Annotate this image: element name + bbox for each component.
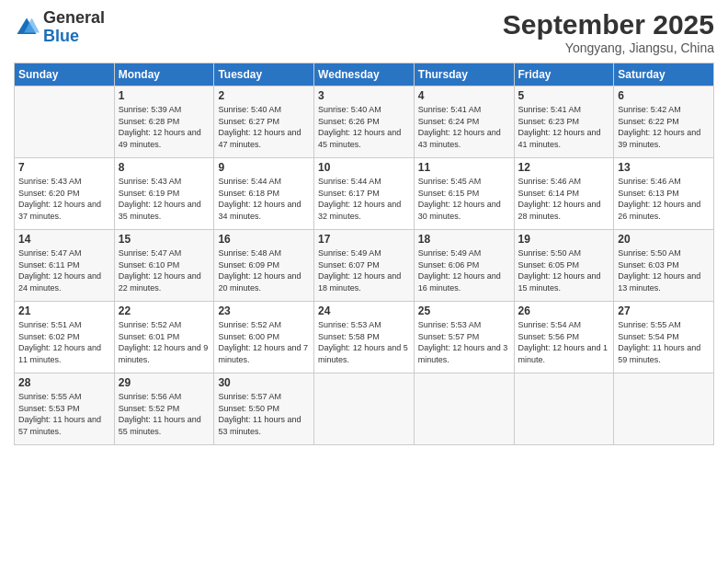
sunset: Sunset: 6:09 PM: [218, 260, 279, 270]
sunrise: Sunrise: 5:44 AM: [218, 177, 281, 186]
location: Yongyang, Jiangsu, China: [503, 40, 714, 55]
sunset: Sunset: 5:57 PM: [418, 332, 480, 341]
daylight: Daylight: 12 hours and 16 minutes.: [418, 271, 501, 293]
cell-info: Sunrise: 5:42 AM Sunset: 6:22 PM Dayligh…: [618, 104, 710, 150]
sunset: Sunset: 6:27 PM: [218, 117, 279, 126]
sunrise: Sunrise: 5:52 AM: [119, 320, 182, 329]
sunrise: Sunrise: 5:41 AM: [418, 105, 482, 114]
calendar-week-row: 14 Sunrise: 5:47 AM Sunset: 6:11 PM Dayl…: [15, 230, 714, 302]
sunset: Sunset: 5:56 PM: [518, 332, 580, 341]
cell-info: Sunrise: 5:49 AM Sunset: 6:06 PM Dayligh…: [418, 247, 510, 293]
cell-info: Sunrise: 5:53 AM Sunset: 5:58 PM Dayligh…: [318, 319, 410, 365]
cell-info: Sunrise: 5:54 AM Sunset: 5:56 PM Dayligh…: [518, 319, 610, 365]
sunset: Sunset: 5:50 PM: [218, 404, 279, 413]
calendar-week-row: 21 Sunrise: 5:51 AM Sunset: 6:02 PM Dayl…: [15, 302, 714, 373]
daylight: Daylight: 12 hours and 7 minutes.: [218, 343, 308, 364]
cell-info: Sunrise: 5:52 AM Sunset: 6:00 PM Dayligh…: [218, 319, 310, 365]
cell-info: Sunrise: 5:51 AM Sunset: 6:02 PM Dayligh…: [18, 319, 110, 365]
cell-info: Sunrise: 5:43 AM Sunset: 6:20 PM Dayligh…: [18, 176, 110, 222]
cell-info: Sunrise: 5:55 AM Sunset: 5:54 PM Dayligh…: [618, 319, 710, 365]
daylight: Daylight: 12 hours and 49 minutes.: [119, 128, 201, 149]
sunrise: Sunrise: 5:48 AM: [218, 248, 281, 258]
calendar-cell: 5 Sunrise: 5:41 AM Sunset: 6:23 PM Dayli…: [514, 86, 614, 158]
calendar-cell: 28 Sunrise: 5:55 AM Sunset: 5:53 PM Dayl…: [15, 373, 115, 445]
daylight: Daylight: 12 hours and 5 minutes.: [318, 343, 408, 364]
weekday-header-row: SundayMondayTuesdayWednesdayThursdayFrid…: [15, 63, 714, 86]
calendar-cell: 20 Sunrise: 5:50 AM Sunset: 6:03 PM Dayl…: [614, 230, 714, 302]
sunset: Sunset: 6:05 PM: [518, 260, 580, 270]
cell-info: Sunrise: 5:40 AM Sunset: 6:27 PM Dayligh…: [218, 104, 310, 150]
weekday-header-wednesday: Wednesday: [314, 63, 415, 86]
day-number: 3: [318, 89, 410, 102]
daylight: Daylight: 11 hours and 57 minutes.: [18, 415, 101, 436]
page-container: General Blue September 2025 Yongyang, Ji…: [0, 0, 728, 454]
weekday-header-monday: Monday: [114, 63, 214, 86]
logo: General Blue: [14, 9, 105, 46]
day-number: 23: [218, 304, 310, 317]
sunset: Sunset: 5:53 PM: [18, 404, 80, 413]
daylight: Daylight: 11 hours and 53 minutes.: [218, 415, 301, 436]
day-number: 25: [418, 304, 510, 317]
cell-info: Sunrise: 5:47 AM Sunset: 6:10 PM Dayligh…: [119, 247, 210, 293]
cell-info: Sunrise: 5:55 AM Sunset: 5:53 PM Dayligh…: [18, 391, 110, 437]
sunrise: Sunrise: 5:40 AM: [318, 105, 381, 114]
calendar-cell: 29 Sunrise: 5:56 AM Sunset: 5:52 PM Dayl…: [114, 373, 214, 445]
sunrise: Sunrise: 5:51 AM: [18, 320, 82, 329]
sunset: Sunset: 6:23 PM: [518, 117, 580, 126]
daylight: Daylight: 12 hours and 9 minutes.: [119, 343, 209, 364]
daylight: Daylight: 12 hours and 32 minutes.: [318, 200, 401, 221]
cell-info: Sunrise: 5:49 AM Sunset: 6:07 PM Dayligh…: [318, 247, 410, 293]
sunset: Sunset: 6:24 PM: [418, 117, 480, 126]
day-number: 10: [318, 161, 410, 174]
sunrise: Sunrise: 5:53 AM: [318, 320, 381, 329]
sunrise: Sunrise: 5:57 AM: [218, 392, 281, 401]
sunset: Sunset: 6:06 PM: [418, 260, 480, 270]
calendar-cell: 6 Sunrise: 5:42 AM Sunset: 6:22 PM Dayli…: [614, 86, 714, 158]
day-number: 21: [18, 304, 110, 317]
day-number: 24: [318, 304, 410, 317]
calendar-cell: 16 Sunrise: 5:48 AM Sunset: 6:09 PM Dayl…: [214, 230, 314, 302]
calendar-cell: 25 Sunrise: 5:53 AM Sunset: 5:57 PM Dayl…: [414, 302, 514, 373]
cell-info: Sunrise: 5:52 AM Sunset: 6:01 PM Dayligh…: [119, 319, 210, 365]
daylight: Daylight: 12 hours and 13 minutes.: [618, 271, 700, 293]
sunrise: Sunrise: 5:52 AM: [218, 320, 281, 329]
sunrise: Sunrise: 5:46 AM: [618, 177, 681, 186]
calendar-cell: 27 Sunrise: 5:55 AM Sunset: 5:54 PM Dayl…: [614, 302, 714, 373]
daylight: Daylight: 12 hours and 18 minutes.: [318, 271, 401, 293]
calendar-cell: 23 Sunrise: 5:52 AM Sunset: 6:00 PM Dayl…: [214, 302, 314, 373]
daylight: Daylight: 12 hours and 43 minutes.: [418, 128, 501, 149]
calendar-cell: 2 Sunrise: 5:40 AM Sunset: 6:27 PM Dayli…: [214, 86, 314, 158]
title-block: September 2025 Yongyang, Jiangsu, China: [503, 9, 714, 55]
daylight: Daylight: 12 hours and 26 minutes.: [618, 200, 700, 221]
cell-info: Sunrise: 5:45 AM Sunset: 6:15 PM Dayligh…: [418, 176, 510, 222]
daylight: Daylight: 11 hours and 55 minutes.: [119, 415, 201, 436]
day-number: 15: [119, 233, 210, 246]
calendar-cell: 11 Sunrise: 5:45 AM Sunset: 6:15 PM Dayl…: [414, 158, 514, 230]
cell-info: Sunrise: 5:43 AM Sunset: 6:19 PM Dayligh…: [119, 176, 210, 222]
day-number: 19: [518, 233, 610, 246]
sunrise: Sunrise: 5:45 AM: [418, 177, 482, 186]
daylight: Daylight: 12 hours and 39 minutes.: [618, 128, 700, 149]
sunset: Sunset: 6:17 PM: [318, 189, 380, 198]
cell-info: Sunrise: 5:39 AM Sunset: 6:28 PM Dayligh…: [119, 104, 210, 150]
day-number: 1: [119, 89, 210, 102]
day-number: 5: [518, 89, 610, 102]
cell-info: Sunrise: 5:41 AM Sunset: 6:24 PM Dayligh…: [418, 104, 510, 150]
calendar-week-row: 1 Sunrise: 5:39 AM Sunset: 6:28 PM Dayli…: [15, 86, 714, 158]
sunrise: Sunrise: 5:50 AM: [618, 248, 681, 258]
calendar-cell: [314, 373, 415, 445]
cell-info: Sunrise: 5:48 AM Sunset: 6:09 PM Dayligh…: [218, 247, 310, 293]
sunrise: Sunrise: 5:49 AM: [318, 248, 381, 258]
calendar-cell: 26 Sunrise: 5:54 AM Sunset: 5:56 PM Dayl…: [514, 302, 614, 373]
day-number: 6: [618, 89, 710, 102]
sunset: Sunset: 6:14 PM: [518, 189, 580, 198]
calendar-cell: 15 Sunrise: 5:47 AM Sunset: 6:10 PM Dayl…: [114, 230, 214, 302]
calendar-cell: 17 Sunrise: 5:49 AM Sunset: 6:07 PM Dayl…: [314, 230, 415, 302]
day-number: 16: [218, 233, 310, 246]
sunrise: Sunrise: 5:54 AM: [518, 320, 582, 329]
calendar-cell: 14 Sunrise: 5:47 AM Sunset: 6:11 PM Dayl…: [15, 230, 115, 302]
daylight: Daylight: 12 hours and 28 minutes.: [518, 200, 601, 221]
daylight: Daylight: 12 hours and 37 minutes.: [18, 200, 101, 221]
sunset: Sunset: 6:03 PM: [618, 260, 679, 270]
calendar-cell: 4 Sunrise: 5:41 AM Sunset: 6:24 PM Dayli…: [414, 86, 514, 158]
